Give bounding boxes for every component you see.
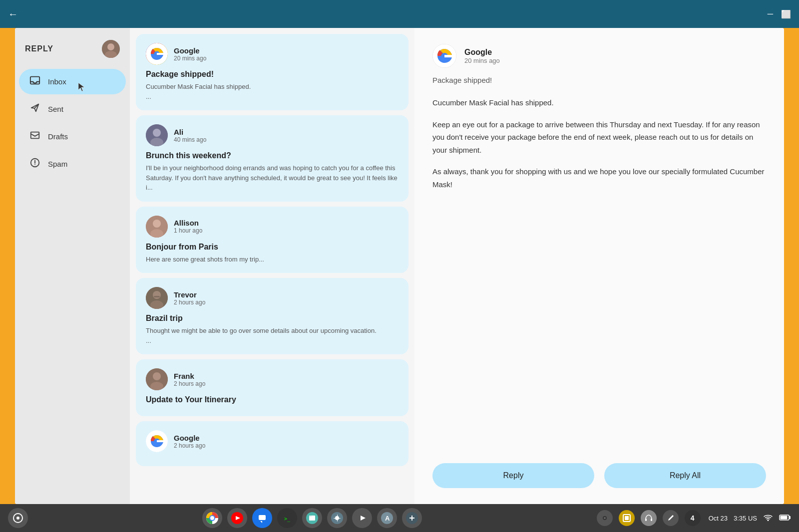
taskbar-settings-icon[interactable] xyxy=(327,508,347,528)
email-card-header-1: Google 20 mins ago xyxy=(146,43,399,65)
email-item-5[interactable]: Frank 2 hours ago Update to Your Itinera… xyxy=(136,359,408,416)
detail-body: Cucumber Mask Facial has shipped. Keep a… xyxy=(432,96,766,447)
email-sender-info-5: Frank 2 hours ago xyxy=(174,372,205,387)
inbox-icon xyxy=(29,75,41,88)
taskbar-wifi-icon xyxy=(763,513,773,524)
minimize-button[interactable]: ─ xyxy=(768,9,773,18)
taskbar-circle-icon[interactable] xyxy=(8,508,28,528)
email-card-header-4: Trevor 2 hours ago xyxy=(146,287,399,309)
email-ellipsis-1: ... xyxy=(146,92,399,102)
svg-rect-31 xyxy=(259,515,266,520)
email-subject-1: Package shipped! xyxy=(146,70,399,79)
email-list: Google 20 mins ago Package shipped! Cucu… xyxy=(130,28,414,504)
email-card-header-3: Allison 1 hour ago xyxy=(146,216,399,238)
user-avatar[interactable] xyxy=(102,40,120,58)
email-avatar-3 xyxy=(146,216,168,238)
email-avatar-4 xyxy=(146,287,168,309)
detail-actions: Reply Reply All xyxy=(432,463,766,488)
svg-rect-52 xyxy=(651,519,652,521)
email-item-1[interactable]: Google 20 mins ago Package shipped! Cucu… xyxy=(136,34,408,110)
reply-button[interactable]: Reply xyxy=(432,463,594,488)
taskbar-misc-icon[interactable] xyxy=(402,508,422,528)
taskbar: >_ xyxy=(0,504,799,532)
email-preview-1: Cucumber Mask Facial has shipped. xyxy=(146,82,399,92)
email-detail: Google 20 mins ago Package shipped! Cucu… xyxy=(414,28,784,504)
email-preview-4: Thought we might be able to go over some… xyxy=(146,326,399,336)
email-sender-name-3: Allison xyxy=(174,219,202,227)
maximize-button[interactable]: ⬜ xyxy=(781,9,791,19)
email-time-2: 40 mins ago xyxy=(174,136,206,143)
email-sender-name-1: Google xyxy=(174,46,206,55)
taskbar-headphone-icon[interactable] xyxy=(641,510,657,526)
taskbar-ui-icon[interactable] xyxy=(619,510,635,526)
email-preview-3: Here are some great shots from my trip..… xyxy=(146,255,399,265)
title-bar-left: ← xyxy=(8,8,18,20)
email-sender-name-6: Google xyxy=(174,434,205,442)
email-subject-2: Brunch this weekend? xyxy=(146,151,399,160)
taskbar-appstore-icon[interactable]: A xyxy=(377,508,397,528)
svg-point-1 xyxy=(107,43,114,50)
svg-rect-55 xyxy=(789,516,791,519)
taskbar-play-icon[interactable] xyxy=(352,508,372,528)
svg-point-48 xyxy=(604,517,606,519)
detail-sender-name: Google xyxy=(464,48,500,57)
email-time-4: 2 hours ago xyxy=(174,299,205,306)
svg-point-9 xyxy=(153,129,161,137)
inbox-label: Inbox xyxy=(48,77,66,86)
detail-header: Google 20 mins ago xyxy=(432,44,766,68)
email-sender-info-4: Trevor 2 hours ago xyxy=(174,290,205,306)
app-container: REPLY Inbox xyxy=(15,28,784,504)
taskbar-camera-icon[interactable] xyxy=(597,510,613,526)
detail-body-para2: As always, thank you for shopping with u… xyxy=(432,165,766,191)
svg-rect-45 xyxy=(411,516,412,521)
svg-point-38 xyxy=(335,516,339,520)
email-sender-info-3: Allison 1 hour ago xyxy=(174,219,202,234)
sidebar-item-drafts[interactable]: Drafts xyxy=(19,124,126,149)
email-subject-5: Update to Your Itinerary xyxy=(146,395,399,404)
taskbar-date: Oct 23 xyxy=(709,515,728,522)
email-time-6: 2 hours ago xyxy=(174,442,205,449)
taskbar-left xyxy=(8,508,28,528)
sent-label: Sent xyxy=(48,105,63,113)
taskbar-time: 3:35 US xyxy=(734,515,757,522)
sidebar-item-spam[interactable]: Spam xyxy=(19,151,126,177)
email-avatar-6 xyxy=(146,430,168,452)
email-item-6[interactable]: Google 2 hours ago xyxy=(136,421,408,466)
drafts-icon xyxy=(29,130,41,143)
email-avatar-2 xyxy=(146,124,168,146)
sidebar-item-inbox[interactable]: Inbox xyxy=(19,69,126,94)
taskbar-number-icon[interactable]: 4 xyxy=(685,510,701,526)
email-ellipsis-4: ... xyxy=(146,336,399,346)
back-button[interactable]: ← xyxy=(8,8,18,20)
taskbar-pen-icon[interactable] xyxy=(663,510,679,526)
taskbar-chrome-icon[interactable] xyxy=(202,508,222,528)
spam-icon xyxy=(29,157,41,171)
taskbar-files-icon[interactable] xyxy=(302,508,322,528)
detail-sender-info: Google 20 mins ago xyxy=(464,48,500,64)
svg-rect-51 xyxy=(645,519,647,521)
taskbar-terminal-icon[interactable]: >_ xyxy=(277,508,297,528)
email-item-2[interactable]: Ali 40 mins ago Brunch this weekend? I'l… xyxy=(136,115,408,202)
email-item-3[interactable]: Allison 1 hour ago Bonjour from Paris He… xyxy=(136,207,408,273)
svg-rect-36 xyxy=(309,516,312,517)
email-time-1: 20 mins ago xyxy=(174,55,206,62)
email-item-4[interactable]: Trevor 2 hours ago Brazil trip Thought w… xyxy=(136,278,408,354)
sidebar-item-sent[interactable]: Sent xyxy=(19,96,126,122)
taskbar-right: 4 Oct 23 3:35 US xyxy=(597,510,791,526)
svg-point-27 xyxy=(210,516,214,520)
detail-body-para1: Keep an eye out for a package to arrive … xyxy=(432,118,766,157)
svg-point-19 xyxy=(153,372,161,380)
detail-body-line1: Cucumber Mask Facial has shipped. xyxy=(432,96,766,109)
taskbar-messages-icon[interactable] xyxy=(252,508,272,528)
title-bar: ← ─ ⬜ xyxy=(0,0,799,28)
email-sender-info-6: Google 2 hours ago xyxy=(174,434,205,449)
email-preview-2: I'll be in your neighborhood doing erran… xyxy=(146,163,399,193)
taskbar-youtube-icon[interactable] xyxy=(227,508,247,528)
svg-point-53 xyxy=(768,520,769,521)
sidebar-header: REPLY xyxy=(15,34,130,64)
reply-all-button[interactable]: Reply All xyxy=(604,463,766,488)
email-card-header-5: Frank 2 hours ago xyxy=(146,368,399,390)
drafts-label: Drafts xyxy=(48,132,68,141)
email-sender-info-1: Google 20 mins ago xyxy=(174,46,206,62)
detail-avatar xyxy=(432,44,456,68)
